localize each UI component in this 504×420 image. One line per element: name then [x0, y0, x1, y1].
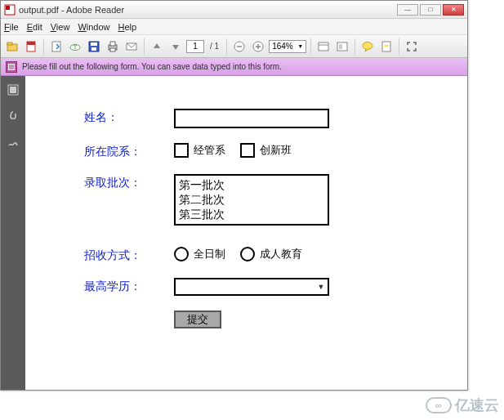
edu-label: 最高学历： — [84, 278, 174, 294]
svg-rect-10 — [91, 47, 96, 51]
menu-window[interactable]: Window — [78, 22, 109, 32]
page-total: / 1 — [210, 42, 219, 51]
batch-label: 录取批次： — [84, 174, 174, 190]
mode-radio-2[interactable] — [240, 247, 255, 261]
signatures-icon[interactable] — [6, 135, 20, 150]
zoom-out-icon[interactable] — [231, 38, 248, 55]
dept-checkbox-1[interactable] — [174, 143, 189, 158]
print-icon[interactable] — [105, 38, 121, 55]
svg-rect-5 — [27, 42, 35, 45]
batch-item-2[interactable]: 第二批次 — [179, 192, 324, 207]
mode-label: 招收方式： — [84, 247, 174, 263]
form-banner-icon — [6, 61, 17, 73]
export-icon[interactable] — [48, 38, 65, 55]
save-icon[interactable] — [86, 38, 102, 55]
tool1-icon[interactable] — [315, 38, 332, 55]
separator — [226, 38, 227, 55]
fullscreen-icon[interactable] — [404, 38, 420, 55]
form-banner-text: Please fill out the following form. You … — [22, 62, 282, 71]
pdf-icon — [4, 4, 16, 16]
create-pdf-icon[interactable] — [23, 38, 39, 55]
close-button[interactable]: ✕ — [443, 4, 464, 16]
dept-opt2-label: 创新班 — [260, 143, 292, 158]
separator — [399, 38, 399, 55]
watermark-logo-icon: ∞ — [426, 397, 452, 413]
zoom-in-icon[interactable] — [250, 38, 266, 55]
form-banner: Please fill out the following form. You … — [1, 58, 467, 76]
page-viewport[interactable]: 姓名： 所在院系： 经管系 创新班 录取批次： — [25, 76, 467, 390]
svg-rect-1 — [6, 6, 10, 10]
svg-rect-26 — [384, 45, 389, 47]
svg-rect-3 — [7, 42, 12, 45]
watermark: ∞ 亿速云 — [426, 395, 499, 415]
comment-icon[interactable] — [359, 38, 376, 55]
dept-label: 所在院系： — [84, 143, 174, 159]
page-up-icon[interactable] — [149, 38, 165, 55]
open-icon[interactable] — [4, 38, 20, 55]
batch-item-1[interactable]: 第一批次 — [179, 177, 324, 192]
toolbar: 1 / 1 164%▼ — [1, 35, 467, 58]
chevron-down-icon: ▼ — [314, 279, 328, 294]
svg-rect-13 — [110, 48, 115, 51]
dept-checkbox-2[interactable] — [240, 143, 255, 158]
tool2-icon[interactable] — [334, 38, 350, 55]
watermark-text: 亿速云 — [455, 395, 499, 415]
name-input[interactable] — [174, 109, 329, 128]
separator — [43, 38, 44, 55]
svg-rect-12 — [110, 42, 115, 46]
highlight-icon[interactable] — [378, 38, 395, 55]
page-number-input[interactable]: 1 — [186, 40, 204, 53]
svg-rect-9 — [91, 42, 97, 46]
separator — [144, 38, 145, 55]
thumbnails-icon[interactable] — [6, 83, 20, 97]
nav-sidebar — [1, 76, 25, 390]
svg-point-24 — [363, 42, 372, 49]
separator — [310, 38, 311, 55]
mail-icon[interactable] — [123, 38, 140, 55]
menu-view[interactable]: View — [51, 22, 70, 32]
separator — [355, 38, 355, 55]
dept-opt1-label: 经管系 — [194, 143, 225, 158]
batch-item-3[interactable]: 第三批次 — [179, 207, 324, 221]
app-window: output.pdf - Adobe Reader — □ ✕ File Edi… — [0, 0, 468, 391]
attachments-icon[interactable] — [6, 109, 20, 123]
svg-rect-20 — [319, 42, 328, 51]
name-label: 姓名： — [84, 109, 174, 125]
zoom-value: 164% — [272, 42, 293, 51]
menu-help[interactable]: Help — [118, 22, 137, 32]
mode-radio-1[interactable] — [174, 247, 189, 261]
batch-listbox[interactable]: 第一批次 第二批次 第三批次 — [174, 174, 329, 226]
minimize-button[interactable]: — — [397, 4, 418, 16]
window-title: output.pdf - Adobe Reader — [19, 5, 124, 15]
edu-select[interactable]: ▼ — [174, 278, 329, 296]
content-area: 姓名： 所在院系： 经管系 创新班 录取批次： — [1, 76, 467, 390]
submit-button[interactable]: 提交 — [174, 311, 221, 328]
pdf-page: 姓名： 所在院系： 经管系 创新班 录取批次： — [25, 76, 467, 390]
page-down-icon[interactable] — [167, 38, 184, 55]
menubar: File Edit View Window Help — [1, 19, 467, 35]
svg-rect-23 — [339, 44, 342, 49]
svg-rect-32 — [10, 87, 16, 93]
maximize-button[interactable]: □ — [420, 4, 441, 16]
cloud-icon[interactable] — [67, 38, 83, 55]
mode-opt1-label: 全日制 — [194, 247, 225, 261]
mode-opt2-label: 成人教育 — [260, 247, 302, 261]
menu-file[interactable]: File — [4, 22, 19, 32]
zoom-level-select[interactable]: 164%▼ — [269, 40, 306, 53]
menu-edit[interactable]: Edit — [27, 22, 42, 32]
titlebar: output.pdf - Adobe Reader — □ ✕ — [1, 1, 467, 19]
